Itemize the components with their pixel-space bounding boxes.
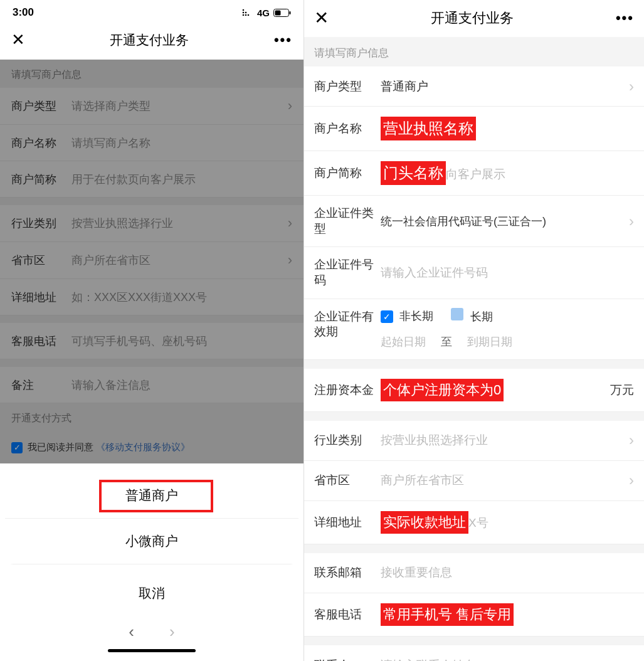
label: 客服电话 [11, 334, 71, 349]
sheet-cancel-button[interactable]: 取消 [5, 571, 298, 616]
row-cert-no[interactable]: 企业证件号码 请输入企业证件号码 [304, 247, 644, 299]
placeholder: 请输入企业证件号码 [381, 265, 634, 281]
label: 省市区 [314, 472, 381, 489]
sheet-option-small[interactable]: 小微商户 [5, 519, 298, 564]
unit-label: 万元 [610, 382, 634, 398]
signal-icon [242, 9, 253, 16]
svg-rect-7 [275, 10, 281, 15]
row-merchant-name[interactable]: 商户名称 营业执照名称 [304, 107, 644, 151]
browser-nav: ‹ › [5, 616, 298, 645]
more-icon[interactable]: ••• [274, 32, 292, 48]
row-address[interactable]: 详细地址 实际收款地址X号 [304, 501, 644, 544]
label: 商户简称 [314, 165, 381, 181]
row-contact[interactable]: 联系人 请输入联系人姓名 [304, 645, 644, 661]
svg-point-2 [248, 14, 250, 16]
label: 企业证件号码 [314, 257, 381, 288]
label: 企业证件类型 [314, 206, 381, 236]
row-address[interactable]: 详细地址 如：XXX区XXX街道XXX号 [0, 279, 304, 315]
end-date-input[interactable]: 到期日期 [467, 334, 512, 349]
value: 普通商户 [381, 78, 629, 95]
value: 统一社会信用代码证号(三证合一) [381, 214, 629, 229]
label: 详细地址 [314, 514, 381, 531]
label: 详细地址 [11, 290, 71, 305]
placeholder: 请输入备注信息 [71, 378, 292, 393]
date-separator: 至 [441, 334, 452, 349]
close-icon[interactable]: ✕ [11, 30, 25, 50]
start-date-input[interactable]: 起始日期 [381, 334, 426, 349]
svg-rect-8 [290, 11, 291, 14]
chevron-right-icon: › [288, 215, 292, 231]
highlight-annotation: 实际收款地址 [381, 511, 468, 534]
checkbox-unchecked-icon [451, 308, 463, 320]
row-phone[interactable]: 客服电话 常用手机号 售后专用 [304, 593, 644, 637]
row-region[interactable]: 省市区 商户所在省市区 › [304, 461, 644, 501]
placeholder: 按营业执照选择行业 [381, 432, 629, 448]
home-indicator [108, 649, 196, 652]
chevron-right-icon: › [629, 431, 634, 449]
label: 联系邮箱 [314, 564, 381, 581]
svg-point-5 [243, 9, 245, 11]
highlight-annotation: 常用手机号 售后专用 [381, 603, 514, 626]
placeholder: 实际收款地址X号 [381, 511, 634, 534]
row-phone[interactable]: 客服电话 可填写手机号码、座机号码 [0, 323, 304, 359]
page-title: 开通支付业务 [110, 31, 189, 49]
label: 省市区 [11, 253, 71, 268]
chevron-right-icon: › [288, 98, 292, 114]
row-merchant-type[interactable]: 商户类型 普通商户 › [304, 66, 644, 107]
agree-text: 我已阅读并同意 《移动支付服务协议》 [28, 442, 190, 453]
label: 商户类型 [314, 78, 381, 95]
row-merchant-name[interactable]: 商户名称 请填写商户名称 [0, 125, 304, 161]
row-region[interactable]: 省市区 商户所在省市区 › [0, 242, 304, 279]
more-icon[interactable]: ••• [616, 10, 634, 26]
placeholder: 请输入联系人姓名 [381, 657, 634, 661]
placeholder: 门头名称向客户展示 [381, 161, 634, 185]
validity-option-nonlong[interactable]: ✓ 非长期 [381, 309, 433, 324]
chevron-right-icon: › [629, 78, 634, 95]
nav-bar: ✕ 开通支付业务 ••• [0, 21, 304, 60]
placeholder: 商户所在省市区 [381, 472, 629, 489]
placeholder: 请选择商户类型 [71, 98, 288, 114]
sheet-option-normal[interactable]: 普通商户 [5, 473, 298, 519]
row-industry[interactable]: 行业类别 按营业执照选择行业 › [304, 421, 644, 461]
placeholder: 按营业执照选择行业 [71, 216, 288, 231]
placeholder: 请填写商户名称 [71, 135, 292, 151]
section-header-pay: 开通支付方式 [0, 403, 304, 431]
row-merchant-short[interactable]: 商户简称 用于在付款页向客户展示 [0, 161, 304, 198]
label: 联系人 [314, 657, 381, 661]
svg-point-4 [245, 12, 247, 14]
nav-bar: ✕ 开通支付业务 ••• [304, 0, 644, 37]
label: 备注 [11, 378, 71, 393]
back-icon[interactable]: ‹ [129, 622, 134, 642]
row-merchant-short[interactable]: 商户简称 门头名称向客户展示 [304, 151, 644, 196]
highlight-annotation: 营业执照名称 [381, 117, 476, 140]
label: 商户名称 [11, 135, 71, 151]
placeholder: 接收重要信息 [381, 564, 634, 581]
svg-point-0 [243, 14, 245, 16]
forward-icon[interactable]: › [169, 622, 175, 642]
label: 商户简称 [11, 172, 71, 187]
agreement-link[interactable]: 《移动支付服务协议》 [96, 442, 190, 452]
row-remark[interactable]: 备注 请输入备注信息 [0, 367, 304, 403]
status-network: 4G [257, 8, 270, 18]
row-cert-type[interactable]: 企业证件类型 统一社会信用代码证号(三证合一) › [304, 196, 644, 247]
placeholder: 商户所在省市区 [71, 253, 288, 268]
svg-point-1 [245, 14, 247, 16]
checkbox-checked-icon: ✓ [381, 310, 393, 323]
right-screen: ✕ 开通支付业务 ••• 请填写商户信息 商户类型 普通商户 › 商户名称 营业… [304, 0, 644, 661]
row-merchant-type[interactable]: 商户类型 请选择商户类型 › [0, 88, 304, 125]
row-industry[interactable]: 行业类别 按营业执照选择行业 › [0, 205, 304, 242]
validity-option-long[interactable]: 长期 [451, 308, 492, 324]
placeholder: 可填写手机号码、座机号码 [71, 334, 292, 349]
label: 行业类别 [314, 432, 381, 448]
action-sheet: 普通商户 小微商户 取消 ‹ › [0, 468, 304, 661]
chevron-right-icon: › [629, 472, 634, 489]
status-time: 3:00 [13, 6, 34, 19]
row-email[interactable]: 联系邮箱 接收重要信息 [304, 553, 644, 593]
agree-row[interactable]: ✓ 我已阅读并同意 《移动支付服务协议》 [0, 431, 304, 463]
chevron-right-icon: › [288, 252, 292, 268]
label: 行业类别 [11, 216, 71, 231]
close-icon[interactable]: ✕ [314, 8, 329, 28]
row-capital[interactable]: 注册资本金 个体户注册资本为0 万元 [304, 369, 644, 412]
checkbox-checked-icon[interactable]: ✓ [11, 442, 23, 453]
label: 商户名称 [314, 120, 381, 137]
